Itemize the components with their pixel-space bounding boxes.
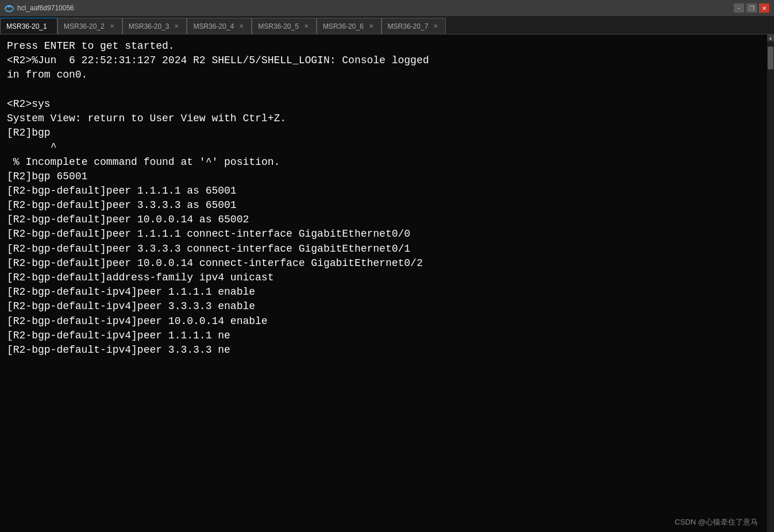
title-bar-left: hcl_aaf6d9710056 [5,3,74,13]
scroll-up-arrow[interactable]: ▲ [767,34,774,41]
tab-msr36-20-2[interactable]: MSR36-20_2 ✕ [57,18,122,34]
minimize-button[interactable]: − [734,3,744,13]
tab-label: MSR36-20_5 [258,22,299,30]
main-container: Press ENTER to get started. <R2>%Jun 6 2… [0,34,774,532]
tab-msr36-20-3[interactable]: MSR36-20_3 ✕ [122,18,187,34]
tab-label: MSR36-20_7 [388,22,429,30]
window-controls: − ❐ ✕ [734,3,769,13]
tab-msr36-20-6[interactable]: MSR36-20_6 ✕ [317,18,382,34]
tab-msr36-20-1[interactable]: MSR36-20_1 [0,18,57,34]
tab-bar: MSR36-20_1 MSR36-20_2 ✕ MSR36-20_3 ✕ MSR… [0,16,774,34]
terminal[interactable]: Press ENTER to get started. <R2>%Jun 6 2… [0,34,767,532]
window-title: hcl_aaf6d9710056 [17,4,74,12]
tab-msr36-20-7[interactable]: MSR36-20_7 ✕ [382,18,446,34]
scrollbar[interactable]: ▲ [767,34,774,532]
tab-close-icon[interactable]: ✕ [237,22,245,30]
scrollbar-thumb[interactable] [768,47,773,70]
tab-close-icon[interactable]: ✕ [432,22,440,30]
close-button[interactable]: ✕ [759,3,769,13]
restore-button[interactable]: ❐ [746,3,757,13]
title-bar: hcl_aaf6d9710056 − ❐ ✕ [0,0,774,16]
watermark: CSDN @心猿牵住了意马 [675,517,758,527]
tab-close-icon[interactable]: ✕ [367,22,375,30]
tab-close-icon[interactable]: ✕ [108,22,116,30]
tab-label: MSR36-20_6 [323,22,364,30]
tab-label: MSR36-20_1 [6,22,47,30]
tab-close-icon[interactable]: ✕ [172,22,180,30]
tab-msr36-20-4[interactable]: MSR36-20_4 ✕ [187,18,252,34]
tab-msr36-20-5[interactable]: MSR36-20_5 ✕ [252,18,317,34]
tab-label: MSR36-20_2 [64,22,105,30]
terminal-output: Press ENTER to get started. <R2>%Jun 6 2… [7,39,760,357]
tab-label: MSR36-20_4 [193,22,234,30]
svg-point-1 [8,5,10,7]
app-icon [5,3,14,13]
tab-close-icon[interactable]: ✕ [302,22,310,30]
tab-label: MSR36-20_3 [129,22,170,30]
